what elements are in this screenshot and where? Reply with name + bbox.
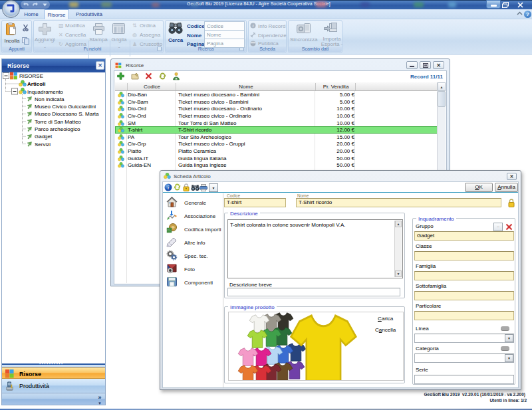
svg-text:i: i: [253, 23, 254, 29]
